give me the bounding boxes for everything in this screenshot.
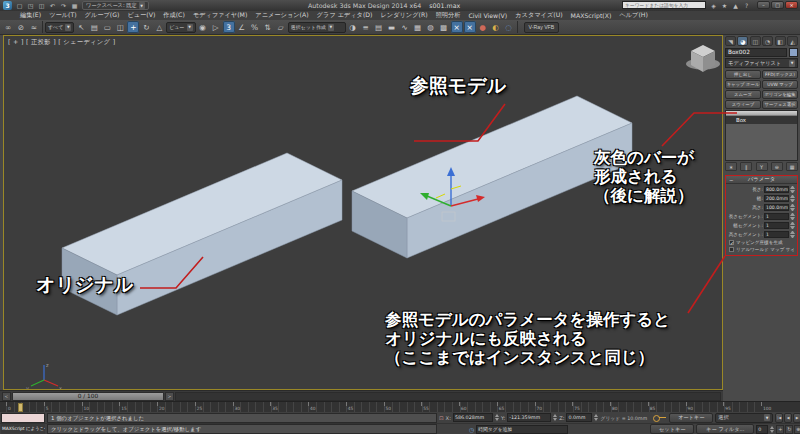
maxscript-macro-recorder[interactable] (1, 413, 45, 423)
key-filters-button[interactable]: キー フィルタ... (696, 424, 754, 434)
make-unique-icon[interactable]: Y (756, 162, 768, 171)
new-scene-icon[interactable]: ▢ (15, 1, 24, 10)
set-key-button[interactable]: セットキー (650, 424, 694, 434)
maxscript-mini-listener[interactable]: MAXScript にようこそ (1, 424, 45, 434)
next-frame-button[interactable]: > (165, 392, 174, 401)
render-production-icon[interactable]: ● (477, 21, 489, 33)
viewcube[interactable] (686, 45, 720, 72)
favorites-icon[interactable]: ★ (720, 2, 729, 9)
align-icon[interactable]: ≡ (360, 21, 372, 33)
help-icon[interactable]: ? (742, 2, 751, 9)
previous-frame-button[interactable]: < (2, 392, 11, 401)
select-and-manipulate-icon[interactable]: ▷ (210, 21, 222, 33)
track-bar[interactable]: 0510152025303540455055606570758085909510… (0, 401, 800, 412)
menu-item[interactable]: Civil View(V) (464, 12, 511, 19)
motion-tab-icon[interactable]: ◔ (762, 36, 773, 46)
communication-center-icon[interactable]: ◈ (709, 2, 718, 9)
time-slider-handle[interactable]: 0 / 100 (12, 392, 164, 401)
material-editor-icon[interactable]: ◍ (425, 21, 437, 33)
reference-coordinate-dropdown[interactable]: ビュー▼ (166, 22, 195, 33)
application-menu-icon[interactable]: 3 (3, 1, 12, 10)
select-by-name-icon[interactable]: ▤ (88, 21, 100, 33)
y-coordinate-field[interactable]: -121.359mm (507, 413, 551, 422)
sweep-button[interactable]: スウィープ (725, 100, 761, 109)
menu-item[interactable]: グラフ エディタ(D) (313, 11, 377, 20)
add-time-tag-field[interactable]: 時間タグを追加 (476, 425, 568, 434)
pan-icon[interactable]: + (776, 425, 784, 434)
value-field[interactable]: 800.0mm (764, 186, 789, 193)
current-frame-marker[interactable] (18, 403, 23, 412)
menu-item[interactable]: ビュー(V) (123, 11, 159, 20)
named-selection-dropdown[interactable]: 選択セット作成▼ (288, 22, 346, 33)
select-and-link-icon[interactable]: ∞ (2, 21, 14, 33)
utilities-tab-icon[interactable]: ◭ (787, 36, 798, 46)
menu-item[interactable]: 編集(E) (16, 11, 45, 20)
minimize-button[interactable]: – (757, 1, 770, 9)
smooth-button[interactable]: スムーズ (725, 90, 761, 99)
menu-item[interactable]: 照明分析 (432, 11, 465, 20)
menu-item[interactable]: MAXScript(X) (567, 12, 616, 19)
surface-select-button[interactable]: サーフェス選択 (762, 100, 798, 109)
modifier-stack-item-box[interactable]: Box (726, 116, 797, 124)
orbit-icon[interactable]: ↻ (785, 425, 793, 434)
schematic-view-icon[interactable]: ▦ (412, 21, 424, 33)
menu-item[interactable]: ヘルプ(H) (615, 11, 651, 20)
show-end-result-icon[interactable]: ‖ (740, 162, 752, 171)
rollout-header[interactable]: − パラメータ (726, 176, 797, 184)
snaps-toggle-icon[interactable]: 3 (223, 21, 235, 33)
mirror-icon[interactable]: ◑ (347, 21, 359, 33)
generate-mapping-coords-checkbox[interactable]: マッピング座標を生成 (726, 240, 797, 245)
select-and-scale-icon[interactable]: △ (153, 21, 165, 33)
ffd-box-button[interactable]: FFD(ボックス) (762, 70, 798, 79)
angle-snap-icon[interactable]: ∠ (236, 21, 248, 33)
project-folder-icon[interactable]: ▦ (70, 1, 79, 10)
menu-item[interactable]: グループ(G) (81, 11, 124, 20)
spinner[interactable] (790, 231, 795, 238)
go-to-start-icon[interactable]: |◀ (775, 413, 783, 423)
menu-item[interactable]: カスタマイズ(U) (511, 11, 566, 20)
menu-item[interactable]: アニメーション(A) (251, 11, 312, 20)
spinner[interactable] (790, 186, 795, 193)
menu-item[interactable]: レンダリング(R) (377, 11, 432, 20)
uvw-map-button[interactable]: UVW マップ (762, 80, 798, 89)
ribbon-toggle-icon[interactable]: ▬ (386, 21, 398, 33)
value-field[interactable]: 1 (764, 213, 789, 220)
display-tab-icon[interactable]: ◧ (775, 36, 786, 46)
object-color-swatch[interactable] (789, 48, 798, 57)
save-file-icon[interactable]: ◫ (37, 1, 46, 10)
auto-key-button[interactable]: オートキー (669, 413, 713, 423)
spinner[interactable] (770, 426, 774, 433)
spinner[interactable] (790, 204, 795, 211)
value-field[interactable]: 1 (764, 231, 789, 238)
redo-icon[interactable]: ↷ (59, 1, 68, 10)
value-field[interactable]: 1 (764, 222, 789, 229)
keyboard-shortcut-override-icon[interactable]: × (464, 21, 476, 33)
modifier-list-dropdown[interactable]: モディファイヤリスト▼ (725, 58, 798, 68)
extrude-button[interactable]: 押し出し (725, 70, 761, 79)
spinner[interactable] (553, 414, 557, 421)
curve-editor-icon[interactable]: ∿ (399, 21, 411, 33)
selection-filter-dropdown[interactable]: すべて▼ (45, 22, 74, 33)
window-crossing-icon[interactable]: ◫ (114, 21, 126, 33)
unlink-selection-icon[interactable]: ⊘ (15, 21, 27, 33)
open-file-icon[interactable]: ◳ (26, 1, 35, 10)
modify-tab-icon[interactable]: ◕ (737, 36, 748, 46)
create-tab-icon[interactable]: ◥ (725, 36, 736, 46)
zoom-icon[interactable]: ⊕ (794, 425, 800, 434)
vray-vfb-button[interactable]: V-Ray VFB (524, 22, 560, 33)
edit-named-selections-icon[interactable]: ▱ (275, 21, 287, 33)
value-field[interactable]: 200.0mm (764, 195, 789, 202)
cap-holes-button[interactable]: キャップ ホール (725, 80, 761, 89)
select-and-rotate-icon[interactable]: ↻ (140, 21, 152, 33)
close-button[interactable]: × (785, 1, 798, 9)
bind-to-space-warp-icon[interactable]: ≈ (28, 21, 40, 33)
activeshade-icon[interactable]: ◌ (503, 21, 515, 33)
object-name-field[interactable]: Box002 (725, 48, 787, 57)
spinner[interactable] (495, 414, 499, 421)
spinner-snap-icon[interactable]: ⇅ (262, 21, 274, 33)
render-iterative-icon[interactable]: ◐ (490, 21, 502, 33)
edit-poly-button[interactable]: ポリゴンを編集 (762, 90, 798, 99)
render-setup-icon[interactable]: ▩ (438, 21, 450, 33)
previous-frame-icon[interactable]: ◀ (784, 413, 792, 423)
reference-box-model[interactable] (352, 96, 632, 258)
